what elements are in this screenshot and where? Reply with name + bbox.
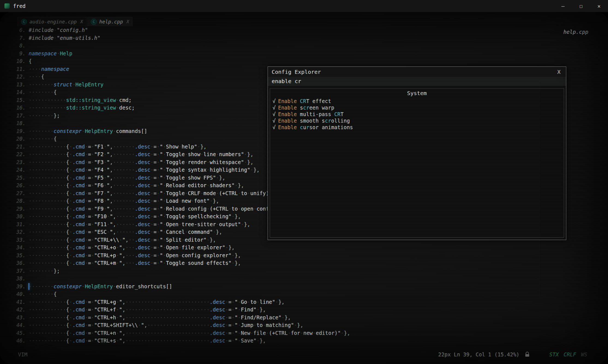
whitespace-dots: · [206, 206, 209, 212]
whitespace-dots: ······· [113, 167, 135, 173]
line-number: 23. [0, 158, 26, 166]
line-number: 29. [0, 205, 26, 213]
code-token: " [107, 190, 110, 196]
whitespace-dots: · [163, 190, 166, 196]
whitespace-dots: ········ [29, 136, 54, 142]
code-token: "CTRL+m [94, 260, 116, 266]
code-token: { [66, 213, 69, 219]
code-token: }, [344, 330, 350, 336]
tab-close-icon[interactable]: X [80, 19, 83, 24]
code-token: " [110, 229, 113, 235]
line-number: 15. [0, 96, 26, 104]
code-token: editor)" [316, 330, 341, 336]
whitespace-dots: · [91, 190, 94, 196]
code-token: = [88, 206, 91, 212]
minimize-button[interactable]: — [554, 0, 572, 12]
whitespace-dots: · [116, 330, 119, 336]
whitespace-dots: · [232, 330, 235, 336]
option-text-segment: Enable [278, 111, 297, 117]
config-search-input[interactable]: enable cr [268, 77, 566, 86]
code-token: Open [166, 244, 179, 250]
code-token: effects" [206, 260, 232, 266]
whitespace-dots: · [225, 330, 228, 336]
whitespace-dots: · [57, 50, 60, 56]
whitespace-dots: · [185, 151, 188, 157]
whitespace-dots: · [247, 299, 250, 305]
line-text: ········constexpr·HelpEntry·commands[] [26, 128, 147, 134]
code-token: file [182, 244, 194, 250]
whitespace-dots: · [150, 144, 153, 150]
code-token: Toggle [166, 151, 185, 157]
code-token: namespace [41, 66, 69, 72]
code-token: .desc [210, 330, 225, 336]
code-token: show [188, 151, 200, 157]
maximize-button[interactable]: ☐ [572, 0, 590, 12]
line-text: ············{·.cmd·=·"F5·",·······.desc·… [26, 175, 225, 181]
code-token: " [235, 314, 238, 320]
line-text: ············{·.cmd·=·"F9·",·······.desc·… [26, 206, 291, 212]
code-token: .desc [210, 299, 225, 305]
whitespace-dots: · [157, 213, 160, 219]
code-token: Toggle [166, 260, 185, 266]
code-token: .cmd [72, 229, 85, 235]
popup-close-button[interactable]: X [556, 69, 562, 75]
code-token: to [250, 299, 256, 305]
whitespace-dots: · [178, 221, 181, 227]
code-token: "F10 [94, 213, 107, 219]
line-number: 10. [0, 57, 26, 65]
code-token: .cmd [72, 213, 85, 219]
code-token: (+CTRL [269, 330, 288, 336]
whitespace-dots: · [232, 314, 235, 320]
config-option[interactable]: √Enable screen warp [272, 104, 564, 111]
line-number: 36. [0, 259, 26, 267]
whitespace-dots: · [91, 322, 94, 328]
line-text: ············std::string_view·desc; [26, 105, 135, 111]
tab-help.cpp[interactable]: Chelp.cppX [87, 17, 133, 26]
section-header: System [270, 90, 564, 96]
whitespace-dots: · [116, 338, 119, 344]
line-number: 7. [0, 34, 26, 42]
option-text-segment: T effect [306, 98, 331, 104]
whitespace-dots: · [150, 190, 153, 196]
code-line: 8. [0, 42, 608, 50]
whitespace-dots: ············ [29, 159, 66, 165]
code-token: Load [166, 198, 179, 204]
whitespace-dots: ········ [29, 291, 54, 297]
whitespace-dots: · [157, 151, 160, 157]
config-option[interactable]: √Enable smooth scrolling [272, 117, 564, 124]
line-text: #include·"enum-utils.h" [26, 35, 100, 41]
config-option[interactable]: √Enable CRT effect [272, 98, 564, 104]
line-number: 24. [0, 166, 26, 174]
code-token: " [107, 144, 110, 150]
code-token: { [66, 175, 69, 181]
whitespace-dots: · [91, 237, 94, 243]
tab-audio-engine.cpp[interactable]: Caudio-engine.cppX [17, 17, 86, 26]
code-token: " [110, 221, 113, 227]
code-token: = [88, 322, 91, 328]
code-token: = [154, 260, 157, 266]
code-token: "F8 [94, 198, 103, 204]
code-token: { [54, 291, 57, 297]
tab-close-icon[interactable]: X [127, 19, 129, 24]
code-token: tree-sitter [182, 221, 216, 227]
option-text-segment: cr [303, 105, 309, 111]
code-token: { [66, 182, 69, 188]
code-token: " [160, 206, 163, 212]
whitespace-dots: · [85, 213, 88, 219]
line-text: ····namespace [26, 66, 69, 72]
code-token: output" [219, 221, 241, 227]
whitespace-dots: · [104, 151, 107, 157]
config-option[interactable]: √Enable cursor animations [272, 124, 564, 131]
status-flag-ws: WS [581, 351, 587, 357]
config-option[interactable]: √Enable multi-pass CRT [272, 111, 564, 117]
line-number: 8. [0, 42, 26, 50]
line-text: ············std::string_view·cmd; [26, 97, 132, 103]
line-text: ········{ [26, 291, 57, 297]
whitespace-dots: · [157, 175, 160, 181]
code-token: namespace [29, 50, 57, 56]
whitespace-dots: · [157, 198, 160, 204]
code-token: " [160, 198, 163, 204]
code-token: "CTRL+p [94, 252, 116, 258]
code-token: }, [244, 221, 250, 227]
close-button[interactable]: ✕ [590, 0, 608, 12]
